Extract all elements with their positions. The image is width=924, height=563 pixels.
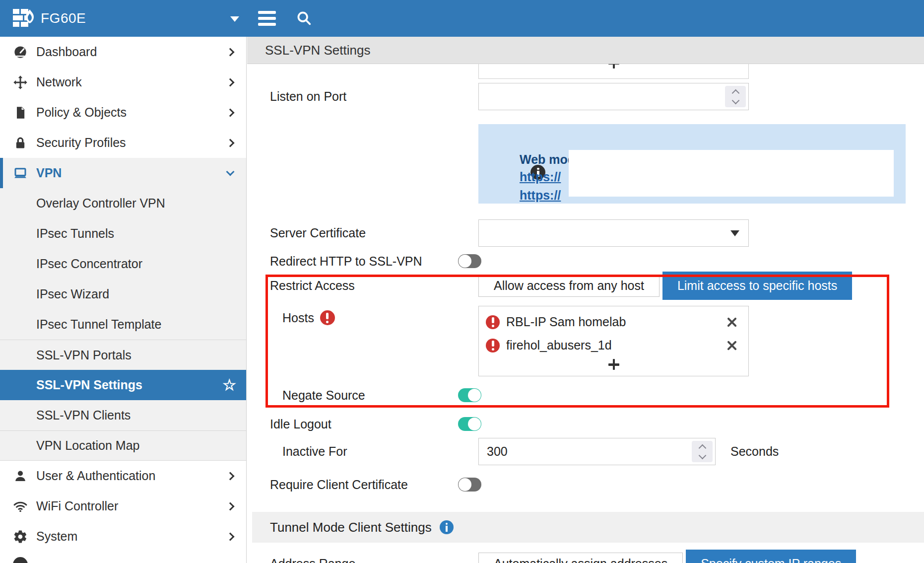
- server-certificate-select[interactable]: [478, 219, 749, 247]
- address-range-segmented: Automatically assign addresses Specify c…: [478, 550, 856, 563]
- sidebar-item-sslvpn-clients[interactable]: SSL-VPN Clients: [0, 400, 246, 430]
- chevron-right-icon: [226, 502, 235, 510]
- sidebar-item-system[interactable]: System: [0, 521, 246, 552]
- inactive-for-unit: Seconds: [730, 444, 779, 459]
- address-range-label: Address Range: [270, 550, 478, 563]
- web-mode-link-2[interactable]: https://: [520, 186, 561, 205]
- sidebar-item-network[interactable]: Network: [0, 67, 246, 97]
- listen-on-port-label: Listen on Port: [270, 89, 478, 104]
- inactive-for-label: Inactive For: [270, 444, 478, 459]
- chevron-right-icon: [226, 532, 235, 541]
- stepper-down-icon[interactable]: [731, 96, 739, 104]
- sidebar-item-label: System: [36, 529, 77, 544]
- stepper-up-icon[interactable]: [698, 444, 706, 452]
- require-client-certificate-label: Require Client Certificate: [270, 478, 458, 492]
- chevron-down-icon: [226, 167, 235, 176]
- sidebar-item-label: Security Profiles: [36, 136, 126, 150]
- sidebar-item-label: IPsec Tunnels: [36, 226, 114, 241]
- vpn-section: VPN Overlay Controller VPN IPsec Tunnels…: [0, 158, 246, 461]
- add-host-button[interactable]: [486, 357, 741, 374]
- hosts-label: Hosts: [282, 311, 314, 325]
- allow-any-host-button[interactable]: Allow access from any host: [478, 275, 660, 297]
- info-icon[interactable]: [440, 520, 454, 534]
- sslvpn-settings-form: Listen on Port Web mode access will be l…: [247, 64, 924, 563]
- sidebar-item-ipsec-concentrator[interactable]: IPsec Concentrator: [0, 249, 246, 279]
- lock-icon: [12, 135, 29, 151]
- sidebar-item-sslvpn-settings[interactable]: SSL-VPN Settings ☆: [0, 370, 246, 400]
- specify-custom-ip-ranges-button[interactable]: Specify custom IP ranges: [686, 550, 856, 563]
- error-exclamation-icon: [486, 339, 500, 352]
- listen-on-port-input[interactable]: [487, 89, 721, 104]
- host-entry[interactable]: RBL-IP Sam homelab: [486, 310, 741, 334]
- favorite-star-icon[interactable]: ☆: [222, 377, 236, 393]
- remove-host-icon[interactable]: [726, 340, 737, 351]
- idle-logout-toggle[interactable]: [458, 417, 481, 431]
- sidebar-item-label: Dashboard: [36, 45, 97, 59]
- sidebar-item-wifi-controller[interactable]: WiFi Controller: [0, 491, 246, 521]
- sidebar-item-overlay-controller-vpn[interactable]: Overlay Controller VPN: [0, 188, 246, 218]
- host-entry[interactable]: firehol_abusers_1d: [486, 334, 741, 357]
- number-stepper[interactable]: [692, 441, 713, 462]
- sidebar-item-policy-objects[interactable]: Policy & Objects: [0, 97, 246, 128]
- chevron-right-icon: [226, 472, 235, 480]
- negate-source-label: Negate Source: [270, 388, 458, 403]
- inactive-for-field: [478, 438, 716, 465]
- fortinet-logo: [13, 8, 34, 28]
- sidebar-item-dashboard[interactable]: Dashboard: [0, 37, 246, 67]
- sidebar-item-label: User & Authentication: [36, 469, 155, 483]
- remove-host-icon[interactable]: [726, 317, 737, 328]
- stepper-down-icon[interactable]: [698, 451, 706, 459]
- sidebar-item-ipsec-wizard[interactable]: IPsec Wizard: [0, 279, 246, 309]
- device-dropdown-caret-icon[interactable]: [230, 16, 239, 22]
- require-client-certificate-toggle[interactable]: [458, 478, 481, 492]
- truncated-field-above: [478, 64, 749, 79]
- chevron-right-icon: [226, 108, 235, 117]
- sidebar-item-label: SSL-VPN Clients: [36, 408, 131, 422]
- inactive-for-input[interactable]: [487, 444, 687, 459]
- auto-assign-addresses-button[interactable]: Automatically assign addresses: [478, 553, 683, 563]
- host-name: RBL-IP Sam homelab: [506, 315, 626, 329]
- sidebar-item-vpn-location-map[interactable]: VPN Location Map: [0, 430, 246, 461]
- document-icon: [12, 105, 29, 121]
- sidebar-item-label: WiFi Controller: [36, 499, 118, 513]
- sidebar-item-label: Policy & Objects: [36, 105, 127, 120]
- device-name: FG60E: [41, 0, 86, 37]
- web-mode-link-1[interactable]: https://: [520, 168, 561, 186]
- search-icon[interactable]: [296, 10, 313, 27]
- host-name: firehol_abusers_1d: [506, 338, 612, 352]
- menu-hamburger-icon[interactable]: [258, 11, 276, 26]
- add-icon: [608, 359, 619, 370]
- chevron-right-icon: [226, 48, 235, 56]
- restrict-access-segmented: Allow access from any host Limit access …: [478, 272, 852, 300]
- sidebar-item-vpn[interactable]: VPN: [0, 158, 246, 188]
- sidebar-item-label: IPsec Wizard: [36, 287, 109, 301]
- error-exclamation-icon: [486, 315, 500, 329]
- error-exclamation-icon: [320, 310, 335, 325]
- web-mode-info-box: Web mode access will be listening at htt…: [478, 124, 906, 204]
- sidebar-item-label: Overlay Controller VPN: [36, 196, 165, 211]
- sidebar-item-label: Network: [36, 75, 82, 89]
- redirect-http-label: Redirect HTTP to SSL-VPN: [270, 254, 458, 269]
- restrict-access-label: Restrict Access: [270, 279, 478, 293]
- user-icon: [12, 468, 29, 484]
- limit-specific-hosts-button[interactable]: Limit access to specific hosts: [662, 272, 852, 300]
- sidebar-item-user-authentication[interactable]: User & Authentication: [0, 461, 246, 491]
- page-title: SSL-VPN Settings: [265, 43, 370, 58]
- sidebar-item-label: VPN Location Map: [36, 438, 139, 453]
- top-header-bar: FG60E: [0, 0, 924, 37]
- chevron-right-icon: [226, 78, 235, 86]
- hosts-field[interactable]: RBL-IP Sam homelab firehol_abusers_1d: [478, 306, 749, 376]
- add-icon[interactable]: [608, 64, 619, 69]
- sidebar-item-sslvpn-portals[interactable]: SSL-VPN Portals: [0, 340, 246, 370]
- server-certificate-label: Server Certificate: [270, 226, 478, 240]
- sidebar-item-ipsec-tunnels[interactable]: IPsec Tunnels: [0, 218, 246, 249]
- next-sidebar-item-icon-partial: [13, 557, 28, 563]
- redirect-http-toggle[interactable]: [458, 254, 481, 268]
- sidebar-item-label: SSL-VPN Settings: [36, 378, 142, 392]
- sidebar-item-security-profiles[interactable]: Security Profiles: [0, 128, 246, 158]
- negate-source-toggle[interactable]: [458, 388, 481, 402]
- stepper-up-icon[interactable]: [731, 89, 739, 97]
- number-stepper[interactable]: [725, 86, 746, 107]
- sidebar-item-ipsec-tunnel-template[interactable]: IPsec Tunnel Template: [0, 309, 246, 340]
- page-title-bar: SSL-VPN Settings: [247, 37, 924, 64]
